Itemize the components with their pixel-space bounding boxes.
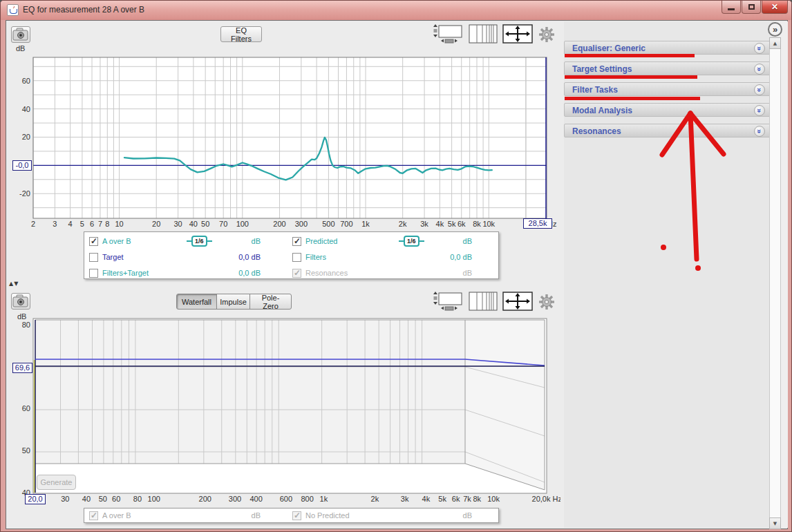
expand-chevron-icon[interactable]: » [754, 43, 765, 54]
svg-text:200: 200 [273, 220, 285, 228]
frequency-axis-button-bottom[interactable] [469, 292, 498, 311]
frequency-axis-icon [469, 292, 498, 311]
titlebar[interactable]: EQ for measurement 28 A over B ✕ [1, 1, 791, 20]
minimize-icon [728, 8, 735, 10]
svg-text:800: 800 [301, 495, 313, 503]
frequency-response-chart[interactable]: 23456781020304050701002003005007001k2k3k… [8, 45, 560, 231]
tab-pole-zero[interactable]: Pole-Zero [249, 294, 292, 310]
collapse-sidebar-button[interactable]: » [768, 22, 782, 37]
svg-text:7: 7 [98, 220, 102, 228]
trace-checkbox-predicted[interactable] [292, 237, 301, 246]
gear-icon [538, 293, 556, 311]
sidebar-panel-resonances[interactable]: Resonances » [564, 124, 771, 137]
panel-label-filter-tasks: Filter Tasks [572, 85, 618, 95]
svg-text:40: 40 [189, 220, 198, 228]
smoothing-value: 1/6 [404, 236, 419, 247]
pan-zoom-button-bottom[interactable] [502, 292, 533, 311]
svg-text:2: 2 [31, 220, 35, 228]
expand-chevron-icon[interactable]: » [754, 105, 765, 116]
svg-text:30: 30 [173, 220, 182, 228]
capture-graph-button[interactable] [11, 26, 30, 43]
svg-text:4k: 4k [422, 495, 431, 503]
svg-text:20: 20 [22, 133, 30, 141]
trace-value-readout: dB [424, 269, 472, 277]
svg-text:8k: 8k [473, 220, 481, 228]
maximize-button[interactable] [742, 1, 761, 14]
bottom-cursor-db-readout: 69,6 [12, 363, 32, 373]
svg-text:30: 30 [61, 495, 69, 503]
svg-text:5: 5 [80, 220, 84, 228]
generate-waterfall-button[interactable]: Generate [37, 475, 76, 490]
svg-text:8: 8 [105, 220, 109, 228]
frequency-axis-icon [469, 24, 498, 44]
capture-graph-button-bottom[interactable] [11, 293, 30, 310]
sidebar: Equaliser: Generic » Target Settings » F… [558, 21, 769, 529]
java-app-icon [7, 4, 19, 16]
trace-checkbox-filters[interactable] [292, 253, 301, 262]
trace-checkbox-no-predicted[interactable] [292, 511, 301, 520]
expand-chevron-icon[interactable]: » [754, 84, 765, 95]
svg-text:300: 300 [295, 220, 308, 228]
sidebar-panel-equaliser[interactable]: Equaliser: Generic » [564, 41, 771, 55]
sidebar-panel-target-settings[interactable]: Target Settings » [564, 61, 771, 75]
svg-text:3: 3 [53, 220, 57, 228]
sidebar-scrollbar-track[interactable] [769, 37, 781, 529]
legend-row: No PredicteddB [84, 509, 498, 524]
minimize-button[interactable] [722, 1, 741, 14]
svg-text:60: 60 [112, 495, 120, 503]
scroll-down-button[interactable]: ▼ [769, 517, 781, 529]
expand-chevron-icon[interactable]: » [754, 126, 765, 137]
svg-text:20: 20 [152, 220, 160, 228]
tab-waterfall[interactable]: Waterfall [176, 294, 217, 310]
svg-text:600: 600 [280, 495, 292, 503]
frequency-axis-button[interactable] [469, 24, 498, 44]
svg-text:40: 40 [82, 495, 91, 503]
graph-settings-button-bottom[interactable] [538, 293, 556, 311]
splitter-handle[interactable]: ▲▼ [9, 281, 19, 287]
svg-text:400: 400 [249, 495, 262, 503]
trace-value-readout: dB [424, 237, 472, 245]
move-axes-icon [502, 292, 533, 311]
eq-filters-button[interactable]: EQ Filters [220, 26, 262, 42]
graph-limits-icon [429, 292, 465, 311]
svg-text:-20: -20 [19, 189, 30, 198]
pan-zoom-button[interactable] [502, 24, 533, 44]
expand-chevron-icon[interactable]: » [754, 64, 765, 75]
graph-settings-button[interactable] [538, 26, 556, 44]
svg-text:5k: 5k [448, 220, 456, 228]
tab-impulse[interactable]: Impulse [216, 294, 250, 310]
trace-value-readout: dB [424, 511, 472, 520]
maximize-icon [748, 4, 755, 10]
app-window: EQ for measurement 28 A over B ✕ EQ Filt… [0, 0, 792, 532]
trace-label: Filters [305, 253, 326, 261]
svg-text:80: 80 [22, 321, 30, 329]
top-trace-legend: A over B1/6dBTarget0,0 dBFilters+Target0… [84, 231, 499, 279]
gear-icon [538, 26, 556, 44]
panel-label-modal-analysis: Modal Analysis [572, 106, 632, 115]
graph-limits-button[interactable] [429, 24, 465, 44]
scroll-up-button[interactable]: ▲ [769, 37, 781, 49]
svg-text:3k: 3k [401, 495, 409, 503]
svg-text:5k: 5k [438, 495, 446, 503]
sidebar-panel-modal-analysis[interactable]: Modal Analysis » [564, 103, 771, 117]
graph-limits-button-bottom[interactable] [429, 292, 465, 311]
svg-text:50: 50 [99, 495, 107, 503]
graph-limits-icon [429, 24, 465, 44]
camera-icon [12, 27, 30, 42]
sidebar-panel-filter-tasks[interactable]: Filter Tasks » [564, 82, 771, 96]
close-button[interactable]: ✕ [762, 1, 788, 14]
svg-text:300: 300 [229, 495, 241, 503]
smoothing-control[interactable]: 1/6 [399, 236, 424, 247]
panel-label-equaliser: Equaliser: Generic [572, 44, 645, 53]
waterfall-chart[interactable]: 30405060801002003004006008001k2k3k4k5k6k… [8, 312, 560, 508]
svg-text:6k: 6k [452, 495, 460, 503]
close-icon: ✕ [771, 2, 778, 12]
svg-text:4k: 4k [436, 220, 444, 228]
svg-text:1k: 1k [361, 220, 370, 228]
trace-label: No Predicted [305, 511, 350, 520]
svg-text:10: 10 [115, 220, 123, 228]
smoothing-handle-left[interactable] [399, 240, 404, 242]
svg-text:6k: 6k [458, 220, 466, 228]
svg-text:3k: 3k [420, 220, 428, 228]
trace-checkbox-resonances[interactable] [292, 269, 301, 278]
